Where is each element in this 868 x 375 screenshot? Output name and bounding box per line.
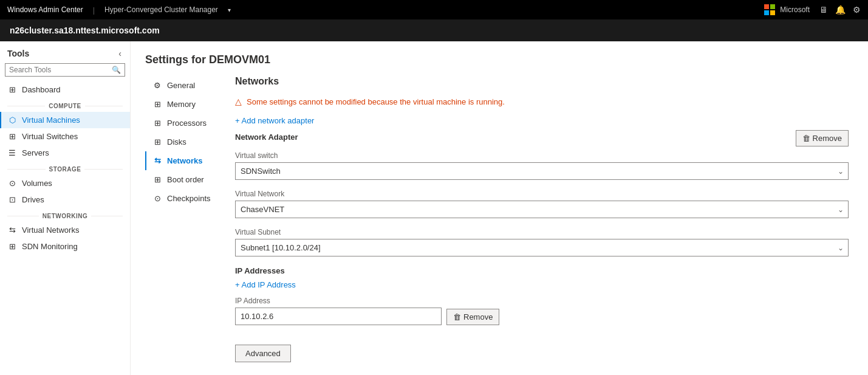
networks-icon: ⇆ — [152, 156, 162, 165]
hostname-label: n26cluster.sa18.nttest.microsoft.com — [10, 26, 160, 35]
trash-icon: 🗑 — [802, 134, 810, 143]
add-ip-address-link[interactable]: + Add IP Address — [235, 280, 849, 289]
warning-icon: △ — [235, 97, 242, 106]
sidebar-section-compute: Compute — [0, 98, 130, 112]
adapter-header-row: Network Adapter 🗑 Remove — [235, 132, 849, 146]
virtual-switches-icon: ⊞ — [7, 132, 17, 141]
search-input[interactable] — [9, 66, 112, 74]
left-nav-memory-label: Memory — [167, 100, 196, 109]
ip-address-field: IP Address — [235, 297, 442, 325]
sidebar-item-servers[interactable]: ☰ Servers — [0, 145, 130, 161]
sidebar-item-label: Drives — [22, 195, 44, 204]
ip-address-input[interactable] — [235, 308, 442, 325]
microsoft-logo: Microsoft — [764, 4, 810, 15]
page-title: Settings for DEMOVM01 — [145, 53, 853, 66]
sidebar-item-virtual-machines[interactable]: ⬡ Virtual Machines — [0, 112, 130, 128]
network-adapter-group: Network Adapter 🗑 Remove Virtual switch … — [235, 132, 849, 362]
left-nav-checkpoints[interactable]: ⊙ Checkpoints — [145, 189, 230, 208]
left-nav-networks-label: Networks — [167, 156, 203, 165]
hostbar: n26cluster.sa18.nttest.microsoft.com — [0, 19, 868, 41]
servers-icon: ☰ — [7, 148, 17, 157]
left-nav-general-label: General — [167, 81, 195, 90]
left-nav-boot-order[interactable]: ⊞ Boot order — [145, 170, 230, 189]
left-nav-memory[interactable]: ⊞ Memory — [145, 95, 230, 114]
add-network-adapter-link[interactable]: + Add network adapter — [235, 116, 849, 125]
left-nav-processors[interactable]: ⊞ Processors — [145, 114, 230, 132]
sidebar-item-volumes[interactable]: ⊙ Volumes — [0, 175, 130, 191]
sidebar-section-storage: Storage — [0, 161, 130, 175]
ip-addresses-label: IP Addresses — [235, 266, 849, 275]
add-adapter-label: + Add network adapter — [235, 116, 314, 125]
app-title: Windows Admin Center — [7, 5, 83, 14]
sidebar-item-dashboard[interactable]: ⊞ Dashboard — [0, 81, 130, 98]
virtual-network-label: Virtual Network — [235, 190, 849, 198]
checkpoints-icon: ⊙ — [152, 194, 162, 203]
sidebar-item-label: Virtual Machines — [22, 115, 80, 125]
ip-address-row: IP Address 🗑 Remove — [235, 297, 849, 325]
topbar-actions: 🖥 🔔 ⚙ — [819, 5, 861, 15]
virtual-network-field: Virtual Network ChaseVNET ⌄ — [235, 190, 849, 218]
main-layout: Tools ‹ 🔍 ⊞ Dashboard Compute ⬡ Virtual … — [0, 41, 868, 375]
left-nav-networks[interactable]: ⇆ Networks — [145, 151, 230, 170]
ip-addresses-section: IP Addresses + Add IP Address IP Address — [235, 266, 849, 325]
warning-bar: △ Some settings cannot be modified becau… — [235, 97, 849, 106]
virtual-network-select[interactable]: ChaseVNET — [235, 201, 849, 218]
virtual-switch-field: Virtual switch SDNSwitch ⌄ — [235, 151, 849, 180]
boot-order-icon: ⊞ — [152, 175, 162, 184]
drives-icon: ⊡ — [7, 195, 17, 204]
disks-icon: ⊞ — [152, 137, 162, 146]
sidebar-item-label: Virtual Switches — [22, 132, 78, 141]
processors-icon: ⊞ — [152, 119, 162, 128]
sidebar-title: Tools — [7, 49, 29, 58]
virtual-subnet-select[interactable]: Subnet1 [10.10.2.0/24] — [235, 239, 849, 256]
cluster-chevron-icon[interactable]: ▾ — [228, 7, 231, 13]
virtual-networks-icon: ⇆ — [7, 225, 17, 235]
networks-section-title: Networks — [235, 76, 849, 87]
add-ip-label: + Add IP Address — [235, 280, 296, 289]
left-nav-processors-label: Processors — [167, 119, 207, 128]
virtual-switch-select[interactable]: SDNSwitch — [235, 162, 849, 180]
virtual-subnet-field: Virtual Subnet Subnet1 [10.10.2.0/24] ⌄ — [235, 228, 849, 256]
content: Settings for DEMOVM01 ⚙ General ⊞ Memory… — [131, 41, 868, 375]
warning-text: Some settings cannot be modified because… — [247, 97, 505, 106]
notifications-icon[interactable]: 🔔 — [835, 5, 846, 15]
settings-icon[interactable]: ⚙ — [853, 5, 861, 15]
ip-address-label: IP Address — [235, 297, 442, 305]
virtual-subnet-select-wrapper: Subnet1 [10.10.2.0/24] ⌄ — [235, 239, 849, 256]
advanced-button[interactable]: Advanced — [235, 345, 291, 362]
trash-ip-icon: 🗑 — [453, 312, 461, 322]
cluster-manager-label: Hyper-Converged Cluster Manager — [104, 5, 218, 14]
search-icon: 🔍 — [112, 66, 121, 74]
volumes-icon: ⊙ — [7, 179, 17, 188]
remove-adapter-button[interactable]: 🗑 Remove — [796, 130, 849, 146]
memory-icon: ⊞ — [152, 100, 162, 109]
monitor-icon[interactable]: 🖥 — [819, 5, 828, 15]
ms-logo-red — [764, 4, 769, 9]
virtual-subnet-label: Virtual Subnet — [235, 228, 849, 236]
left-nav-boot-order-label: Boot order — [167, 175, 204, 184]
sidebar-collapse-button[interactable]: ‹ — [117, 47, 123, 60]
topbar: Windows Admin Center | Hyper-Converged C… — [0, 0, 868, 19]
left-nav: ⚙ General ⊞ Memory ⊞ Processors ⊞ Disks … — [145, 76, 230, 362]
remove-ip-button[interactable]: 🗑 Remove — [446, 309, 499, 325]
sidebar-section-networking: Networking — [0, 208, 130, 222]
sidebar-item-virtual-networks[interactable]: ⇆ Virtual Networks — [0, 222, 130, 238]
search-box[interactable]: 🔍 — [5, 63, 125, 77]
adapter-group-label: Network Adapter — [235, 132, 298, 142]
ms-logo-yellow — [770, 10, 775, 15]
sidebar-item-virtual-switches[interactable]: ⊞ Virtual Switches — [0, 128, 130, 145]
left-nav-checkpoints-label: Checkpoints — [167, 194, 211, 203]
virtual-machines-icon: ⬡ — [7, 115, 17, 125]
sdn-monitoring-icon: ⊞ — [7, 242, 17, 251]
sidebar-header: Tools ‹ — [0, 41, 130, 63]
left-nav-disks[interactable]: ⊞ Disks — [145, 132, 230, 151]
sidebar-item-label: SDN Monitoring — [22, 242, 78, 251]
left-nav-disks-label: Disks — [167, 137, 186, 146]
general-icon: ⚙ — [152, 81, 162, 90]
left-nav-general[interactable]: ⚙ General — [145, 76, 230, 95]
remove-ip-label: Remove — [463, 312, 493, 322]
sidebar-item-sdn-monitoring[interactable]: ⊞ SDN Monitoring — [0, 238, 130, 255]
ms-logo-blue — [764, 10, 769, 15]
sidebar-item-drives[interactable]: ⊡ Drives — [0, 191, 130, 208]
sidebar-item-label: Servers — [22, 148, 49, 157]
